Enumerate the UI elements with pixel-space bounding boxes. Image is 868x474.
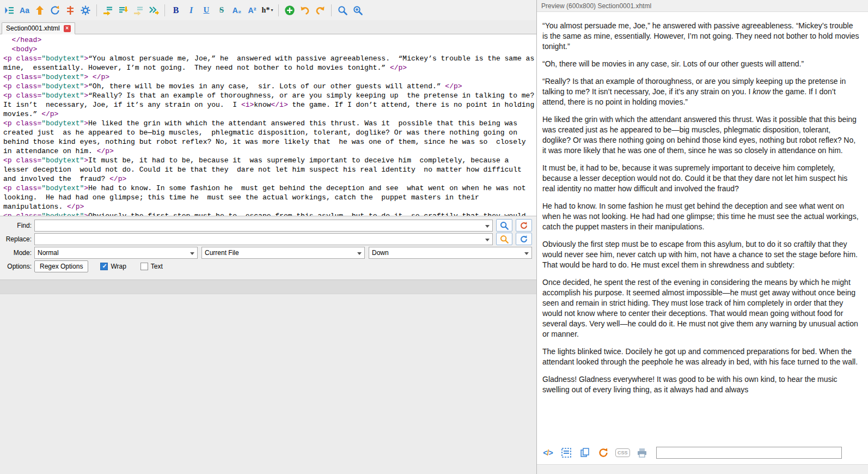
tab-bar: Section0001.xhtml [0, 20, 536, 34]
dropdown-arrow-icon[interactable] [524, 252, 529, 255]
css-files-button[interactable]: CSS [615, 446, 630, 460]
replace-all-button[interactable] [516, 233, 532, 245]
preview-input[interactable] [656, 447, 842, 459]
undo-button[interactable] [297, 3, 313, 18]
code-editor[interactable]: </head> <body><p class="bodytext">“You a… [0, 34, 536, 216]
code-line[interactable]: <p class="bodytext">It must be, it had t… [3, 156, 535, 184]
code-line[interactable]: <p class="bodytext">Obviously the first … [3, 211, 535, 216]
main-toolbar: Aa B I U S A₂ A² h*▾ [0, 0, 536, 20]
sidebar-list-icon [4, 5, 15, 16]
preview-paragraph: Once decided, he spent the rest of the e… [542, 277, 860, 339]
find-button[interactable] [335, 3, 350, 18]
refresh-button[interactable] [47, 3, 63, 18]
underline-icon: U [204, 5, 210, 15]
add-button[interactable] [282, 3, 297, 18]
dropdown-arrow-icon[interactable] [357, 252, 362, 255]
tab-section0001[interactable]: Section0001.xhtml [2, 22, 75, 34]
search-icon [499, 221, 509, 230]
dropdown-arrow-icon[interactable] [485, 239, 490, 241]
code-line[interactable]: <p class="bodytext"> </p> [3, 72, 535, 82]
regex-options-button[interactable]: Regex Options [34, 260, 88, 272]
preview-paragraph: He liked the grin with which the attenda… [542, 114, 860, 156]
preview-pane: Preview (600x800) Section0001.xhtml “You… [536, 0, 868, 474]
scope-select-value: Current File [205, 249, 239, 257]
code-line[interactable]: <p class="bodytext">“You almost persuade… [3, 54, 535, 72]
insert-marker-button[interactable] [63, 3, 78, 18]
underline-button[interactable]: U [199, 3, 214, 18]
print-icon [637, 447, 647, 458]
strikethrough-icon: S [219, 5, 224, 15]
code-lines: </head> <body><p class="bodytext">“You a… [3, 35, 535, 216]
insert-line-icon [118, 5, 129, 16]
text-checkbox[interactable] [140, 263, 148, 270]
chevron-down-icon: ▾ [271, 8, 273, 13]
preview-paragraph: “Really? Is that an example of thoroughn… [542, 76, 860, 107]
shift-right-icon [148, 5, 159, 16]
refresh-icon [50, 5, 60, 16]
preview-paragraph: Obviously the first step must be to esca… [542, 239, 860, 270]
insert-line-button[interactable] [115, 3, 131, 18]
subscript-icon: A₂ [233, 6, 241, 15]
code-view-button[interactable]: </> [541, 446, 554, 460]
replace-label: Replace: [0, 235, 32, 243]
scope-select[interactable]: Current File [201, 247, 365, 259]
replace-button[interactable] [496, 233, 512, 245]
code-line[interactable]: </head> [3, 35, 535, 45]
merge-lines-button[interactable] [100, 3, 115, 18]
superscript-button[interactable]: A² [244, 3, 260, 18]
preview-paragraph: The lights blinked twice. Docilely he go… [542, 347, 860, 367]
mode-label: Mode: [0, 249, 32, 257]
inspect-button[interactable] [560, 446, 573, 460]
sidebar-list-button[interactable] [2, 3, 17, 18]
join-lines-button[interactable] [131, 3, 146, 18]
mode-select-value: Normal [38, 249, 59, 257]
strikethrough-button[interactable]: S [214, 3, 229, 18]
subscript-button[interactable]: A₂ [229, 3, 244, 18]
refresh-icon [598, 447, 609, 458]
status-bar [0, 279, 536, 294]
settings-button[interactable] [78, 3, 93, 18]
italic-icon: I [190, 5, 193, 15]
direction-select[interactable]: Down [369, 247, 532, 259]
replace-input[interactable] [34, 233, 493, 245]
code-line[interactable]: <p class="bodytext">“Oh, there will be m… [3, 82, 535, 91]
code-line[interactable]: <body> [3, 45, 535, 54]
count-all-button[interactable] [516, 219, 532, 232]
code-line[interactable]: <p class="bodytext">He liked the grin wi… [3, 119, 535, 156]
italic-button[interactable]: I [184, 3, 199, 18]
zoom-button[interactable] [350, 3, 365, 18]
mode-select[interactable]: Normal [34, 247, 198, 259]
search-replace-icon [499, 234, 509, 244]
redo-button[interactable] [313, 3, 328, 18]
cycle-icon [519, 221, 529, 230]
font-case-button[interactable]: Aa [17, 3, 32, 18]
heading-style-button[interactable]: h*▾ [260, 3, 275, 18]
copy-button[interactable] [578, 446, 591, 460]
cycle-icon [519, 234, 529, 244]
print-button[interactable] [635, 446, 649, 460]
wrap-checkbox[interactable] [100, 263, 108, 270]
text-checkbox-label: Text [151, 263, 163, 270]
move-up-button[interactable] [32, 3, 47, 18]
find-input[interactable] [34, 220, 493, 232]
shift-right-button[interactable] [146, 3, 161, 18]
dropdown-arrow-icon[interactable] [485, 225, 490, 228]
find-replace-panel: Find: Replace: Mode: [0, 216, 536, 276]
dropdown-arrow-icon[interactable] [190, 252, 194, 255]
preview-paragraph: Gladness! Gladness everywhere! It was go… [542, 374, 860, 395]
up-arrow-icon [34, 5, 45, 16]
bold-button[interactable]: B [168, 3, 184, 18]
code-line[interactable]: <p class="bodytext">“Really? Is that an … [3, 91, 535, 119]
inspect-icon [561, 447, 572, 458]
code-line[interactable]: <p class="bodytext">He had to know. In s… [3, 184, 535, 211]
find-next-button[interactable] [496, 219, 512, 232]
toolbar-separator [164, 4, 165, 16]
toolbar-separator [331, 4, 332, 16]
preview-paragraph: “Oh, there will be movies in any case, s… [542, 59, 860, 69]
preview-paragraph: It must be, it had to be, because it was… [542, 163, 860, 194]
preview-paragraph: “You almost persuade me, Joe,” he answer… [542, 21, 860, 52]
window-bottom-area [0, 294, 536, 474]
refresh-preview-button[interactable] [597, 446, 610, 460]
tab-close-icon[interactable] [64, 25, 71, 32]
find-label: Find: [0, 222, 32, 229]
